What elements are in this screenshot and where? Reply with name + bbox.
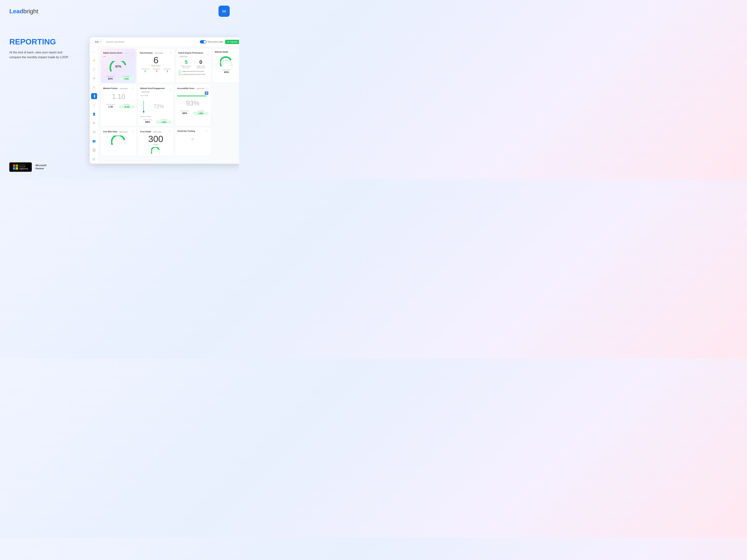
change-label: CHANGE <box>119 76 134 77</box>
acc-change-value: +8% <box>193 112 208 115</box>
toolbar-right: Show demo data ⬆ Upgrade <box>200 40 239 44</box>
scroll-info-icon[interactable]: i <box>169 88 171 91</box>
acc-previous-label: PREVIOUS <box>177 110 192 112</box>
square-green <box>16 164 18 167</box>
task-summary-badge: Demo Data <box>154 52 163 54</box>
row-3: Core Web Vitals Demo Data i <box>101 128 239 156</box>
digital-journey-footer: PREVIOUS 84% CHANGE +3% <box>103 76 133 80</box>
demo-data-toggle[interactable] <box>200 40 207 44</box>
form-health-visits: 300 <box>140 135 172 143</box>
completed-label: COMPLETED <box>141 68 149 70</box>
rejected-value: 1 <box>164 70 171 73</box>
logo: Leadbright <box>9 8 38 15</box>
row-1: Digital Journey Score Demo Data i 87% <box>101 49 239 83</box>
current-loop-label: Current Loop Month <box>106 41 124 43</box>
sidebar-item-edit[interactable]: ✎ <box>91 84 97 90</box>
scroll-previous-label: PREVIOUS <box>140 119 155 121</box>
bottom-logos: Get it from Microsoft AppSource Microsof… <box>9 162 47 172</box>
appsource-badge[interactable]: Get it from Microsoft AppSource <box>9 162 32 172</box>
core-vitals-gauge <box>103 135 134 146</box>
logo-brand: Lead <box>9 8 23 15</box>
website-friction-info-icon[interactable]: i <box>132 87 134 89</box>
sidebar-item-activity[interactable]: ⚡ <box>91 57 97 63</box>
task-rejected: REJECTED 1 <box>162 68 172 73</box>
seo-stats: 5 Pages ranked in the top 10 0 Pages nee… <box>178 59 209 69</box>
sidebar-item-trending[interactable]: ↗ <box>91 102 97 108</box>
form-health-badge: Demo Data <box>153 131 161 133</box>
virtual-eye-tracking-info-icon[interactable]: i <box>206 130 208 132</box>
square-yellow <box>16 167 18 170</box>
show-demo-label: Show demo data <box>208 41 223 43</box>
check-item-1: ✓ 1 page improved since last month <box>178 70 209 73</box>
accessibility-badge: Demo Data <box>196 87 205 89</box>
sidebar-item-globe[interactable]: ⊕ <box>91 75 97 81</box>
seo-improvement: 0 Pages need improvement <box>194 59 207 69</box>
sidebar-item-link[interactable]: ⛓ <box>91 129 97 135</box>
month-selector[interactable]: July ▼ <box>93 39 104 44</box>
sidebar: ⌂ ⚡ ◯ ⊕ ✎ ▐ ↗ 👤 ⚙ ⛓ 👥 📋 🛒 <box>89 47 99 164</box>
sidebar-item-chart[interactable]: ▐ <box>91 93 97 99</box>
check-icon-2: ✓ <box>178 73 181 76</box>
search-engine-card: Search Engine Performance Demo Data i 5 … <box>176 49 211 83</box>
sidebar-item-settings[interactable]: ⚙ <box>91 120 97 126</box>
scroll-bar: 👤 <box>142 97 146 116</box>
dashboard-toolbar: July ▼ Current Loop Month Show demo data… <box>89 37 239 47</box>
acc-change: CHANGE +8% <box>193 110 208 115</box>
task-summary-header: Task Summary Demo Data i <box>139 51 172 54</box>
acc-previous: PREVIOUS 85% <box>177 110 192 115</box>
deferred-value: 3 <box>153 70 160 73</box>
scroll-change-label: CHANGE <box>156 119 171 121</box>
form-health-info-icon[interactable]: i <box>169 130 171 133</box>
row2-spacer <box>212 84 239 126</box>
sidebar-item-cart[interactable]: 🛒 <box>91 156 97 162</box>
website-friction-title: Website Friction <box>103 87 118 89</box>
sidebar-item-person[interactable]: 👤 <box>91 111 97 117</box>
health-previous-value: 80% <box>215 71 238 74</box>
accessibility-header: Accessibility Score Demo Data i <box>177 86 208 90</box>
friction-previous-value: 1.30 <box>103 105 118 108</box>
logo-brand2: bright <box>23 8 38 15</box>
check-text-2: No pages declined since last month <box>182 74 205 75</box>
scroll-badge: Demo Data <box>141 91 150 93</box>
scroll-top-label: Top of Page <box>140 95 172 96</box>
accessibility-person-icon: ♿ <box>205 91 208 95</box>
task-summary-card: Task Summary Demo Data i 6 Total Tasks C… <box>137 49 175 83</box>
check-icon-1: ✓ <box>178 70 181 73</box>
core-vitals-svg <box>111 135 126 145</box>
search-engine-title: Search Engine Performance <box>178 52 203 54</box>
scroll-value: 72% <box>148 103 170 109</box>
check-text-1: 1 page improved since last month <box>182 71 204 72</box>
scroll-footer: PREVIOUS 68% CHANGE +4% <box>140 119 172 124</box>
search-engine-header: Search Engine Performance Demo Data i <box>178 51 209 58</box>
search-engine-info-icon[interactable]: i <box>207 53 209 56</box>
digital-journey-gauge: 87% <box>103 59 133 74</box>
core-web-vitals-info-icon[interactable]: i <box>132 130 134 133</box>
accessibility-info-icon[interactable]: i <box>206 87 208 89</box>
virtual-eye-tracking-card: Virtual Eye Tracking i 👁 <box>175 128 211 156</box>
sidebar-item-chat[interactable]: ◯ <box>91 66 97 72</box>
square-red <box>13 164 15 167</box>
accessibility-title: Accessibility Score <box>177 87 195 89</box>
core-web-vitals-card: Core Web Vitals Demo Data i <box>101 128 136 156</box>
sidebar-item-home[interactable]: ⌂ <box>91 48 97 54</box>
digital-journey-info-icon[interactable]: i <box>131 53 133 56</box>
scroll-bottom-label: Bottom of Page <box>140 116 172 117</box>
sidebar-item-team[interactable]: 👥 <box>91 138 97 144</box>
digital-journey-change: CHANGE +3% <box>119 76 134 80</box>
digital-journey-previous: PREVIOUS 84% <box>103 76 118 80</box>
loop-icon: ∞ <box>218 6 230 17</box>
page-description: At the end of each, view your report and… <box>9 50 69 59</box>
improvement-label: Pages need improvement <box>194 65 207 69</box>
accessibility-footer: PREVIOUS 85% CHANGE +8% <box>177 110 208 115</box>
square-blue <box>13 167 15 170</box>
appsource-text: Get it from Microsoft AppSource <box>19 164 28 170</box>
appsource-get: Get it from <box>19 164 28 166</box>
sidebar-item-clipboard[interactable]: 📋 <box>91 147 97 153</box>
dashboard-container: July ▼ Current Loop Month Show demo data… <box>89 37 239 164</box>
upgrade-label: Upgrade <box>230 41 237 43</box>
upgrade-button[interactable]: ⬆ Upgrade <box>225 40 239 44</box>
website-friction-card: Website Friction Demo Data i 1.10 PREVIO… <box>101 84 136 126</box>
task-summary-info-icon[interactable]: i <box>170 51 172 54</box>
website-health-header: Website Health <box>215 51 238 53</box>
form-health-header: Form Health Demo Data i <box>140 130 172 133</box>
